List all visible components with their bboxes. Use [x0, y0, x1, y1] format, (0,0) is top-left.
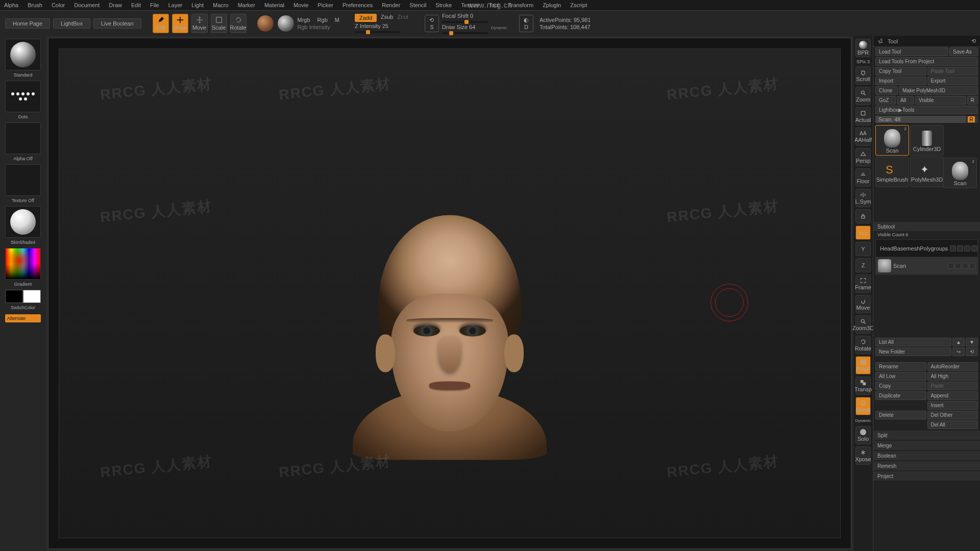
- menu-edit[interactable]: Edit: [131, 2, 141, 8]
- goz-all-button[interactable]: All: [897, 96, 914, 105]
- autoreorder-button[interactable]: AutoReorder: [927, 362, 978, 371]
- paste-button[interactable]: Paste: [927, 382, 978, 390]
- focal-shift-slider[interactable]: [442, 21, 488, 23]
- frame-button[interactable]: Frame: [855, 274, 871, 293]
- zcut-button[interactable]: Zcut: [397, 14, 408, 22]
- move3d-button[interactable]: Move: [855, 295, 871, 313]
- move-button[interactable]: Move: [191, 14, 208, 33]
- del-all-button[interactable]: Del All: [927, 420, 978, 429]
- polyf-button[interactable]: PolyF: [855, 356, 871, 374]
- color-picker[interactable]: [5, 248, 41, 280]
- mrgb-button[interactable]: Mrgb: [298, 17, 310, 23]
- menu-brush[interactable]: Brush: [28, 2, 42, 8]
- tool-thumb-scan[interactable]: 2Scan: [875, 125, 909, 156]
- goz-r-button[interactable]: R: [967, 96, 978, 105]
- menu-file[interactable]: File: [150, 2, 159, 8]
- rotate-button[interactable]: Rotate: [230, 14, 247, 33]
- lsym-button[interactable]: L.Sym: [855, 189, 871, 207]
- menu-picker[interactable]: Picker: [317, 2, 333, 8]
- split-header[interactable]: Split: [873, 431, 980, 440]
- menu-marker[interactable]: Marker: [238, 2, 255, 8]
- merge-header[interactable]: Merge: [873, 441, 980, 450]
- down-button[interactable]: ▼: [966, 338, 978, 346]
- brush-preview-icon[interactable]: [257, 15, 274, 32]
- menu-stencil[interactable]: Stencil: [409, 2, 426, 8]
- stroke-slot[interactable]: [5, 81, 41, 112]
- aahalf-button[interactable]: AAAAHalf: [855, 128, 871, 146]
- lightbox-tools-button[interactable]: Lightbox▶Tools: [875, 106, 978, 114]
- copy-tool-button[interactable]: Copy Tool: [875, 67, 926, 76]
- draw-button[interactable]: Draw: [172, 14, 188, 33]
- tool-thumb-scan2[interactable]: 2Scan: [943, 158, 977, 188]
- bpr-button[interactable]: BPR: [855, 39, 871, 57]
- make-polymesh-button[interactable]: Make PolyMesh3D: [899, 86, 978, 95]
- y-button[interactable]: Y: [855, 242, 871, 256]
- menu-alpha[interactable]: Alpha: [4, 2, 18, 8]
- persp-button[interactable]: Persp: [855, 148, 871, 166]
- subtool-header[interactable]: Subtool: [873, 222, 980, 231]
- live-boolean-button[interactable]: Live Boolean: [93, 18, 141, 29]
- save-as-button[interactable]: Save As: [949, 47, 978, 56]
- goz-button[interactable]: GoZ: [875, 96, 896, 105]
- list-all-button[interactable]: List All: [875, 338, 951, 346]
- zoom-button[interactable]: Zoom: [855, 87, 871, 105]
- zadd-button[interactable]: Zadd: [355, 14, 377, 22]
- duplicate-button[interactable]: Duplicate: [875, 391, 926, 400]
- menu-stroke[interactable]: Stroke: [435, 2, 452, 8]
- solo-button[interactable]: Solo: [855, 426, 871, 444]
- del-other-button[interactable]: Del Other: [927, 411, 978, 419]
- goz-visible-button[interactable]: Visible: [915, 96, 966, 105]
- material-preview-icon[interactable]: [277, 15, 295, 32]
- xpose-button[interactable]: Xpose: [855, 446, 871, 465]
- rename-button[interactable]: Rename: [875, 362, 926, 371]
- menu-color[interactable]: Color: [52, 2, 65, 8]
- lock-button[interactable]: [855, 209, 871, 223]
- home-page-button[interactable]: Home Page: [5, 18, 50, 29]
- rotate3d-button[interactable]: Rotate: [855, 336, 871, 354]
- switchcolor-label[interactable]: SwitchColor: [11, 305, 35, 310]
- zoom3d-button[interactable]: Zoom3D: [855, 315, 871, 334]
- menu-layer[interactable]: Layer: [168, 2, 183, 8]
- brush-slot[interactable]: [5, 39, 41, 70]
- floor-button[interactable]: Floor: [855, 168, 871, 187]
- menu-zscript[interactable]: Zscript: [570, 2, 587, 8]
- transp-button[interactable]: Transp: [855, 377, 871, 395]
- symmetry-d-button[interactable]: ◐D: [519, 15, 533, 32]
- tool-thumb-cylinder[interactable]: Cylinder3D: [910, 125, 944, 156]
- scan-slider[interactable]: Scan. 48R: [875, 116, 978, 123]
- alpha-slot[interactable]: [5, 122, 41, 154]
- all-high-button[interactable]: All High: [927, 372, 978, 381]
- menu-macro[interactable]: Macro: [213, 2, 229, 8]
- clone-button[interactable]: Clone: [875, 86, 898, 95]
- zsub-button[interactable]: Zsub: [381, 14, 393, 22]
- boolean-header[interactable]: Boolean: [873, 451, 980, 460]
- import-button[interactable]: Import: [875, 77, 926, 85]
- menu-zplugin[interactable]: Zplugin: [543, 2, 561, 8]
- material-slot[interactable]: [5, 206, 41, 238]
- subtool-row[interactable]: HeadBasemeshPolygroups: [876, 240, 977, 257]
- black-swatch[interactable]: [5, 290, 23, 303]
- insert-button[interactable]: Insert: [927, 401, 978, 410]
- menu-movie[interactable]: Movie: [293, 2, 308, 8]
- arrow-button[interactable]: ↪: [952, 347, 965, 356]
- project-header[interactable]: Project: [873, 471, 980, 481]
- all-low-button[interactable]: All Low: [875, 372, 926, 381]
- menu-render[interactable]: Render: [382, 2, 400, 8]
- symmetry-s-button[interactable]: ⟲S: [425, 15, 439, 32]
- lightbox-button[interactable]: LightBox: [53, 18, 90, 29]
- tool-thumb-simplebrush[interactable]: SSimpleBrush: [875, 157, 909, 187]
- z-intensity-slider[interactable]: [355, 31, 401, 33]
- rgb-button[interactable]: Rgb: [317, 17, 328, 23]
- white-swatch[interactable]: [23, 290, 41, 303]
- menu-draw[interactable]: Draw: [109, 2, 122, 8]
- menu-material[interactable]: Material: [264, 2, 284, 8]
- menu-preferences[interactable]: Preferences: [342, 2, 373, 8]
- load-project-button[interactable]: Load Tools From Project: [875, 57, 978, 66]
- tool-thumb-polymesh[interactable]: ✦PolyMesh3D: [910, 157, 944, 187]
- load-tool-button[interactable]: Load Tool: [875, 47, 948, 56]
- menu-document[interactable]: Document: [74, 2, 100, 8]
- delete-button[interactable]: Delete: [875, 411, 926, 419]
- append-button[interactable]: Append: [927, 391, 978, 400]
- alternate-button[interactable]: Alternate: [5, 314, 41, 322]
- menu-light[interactable]: Light: [191, 2, 204, 8]
